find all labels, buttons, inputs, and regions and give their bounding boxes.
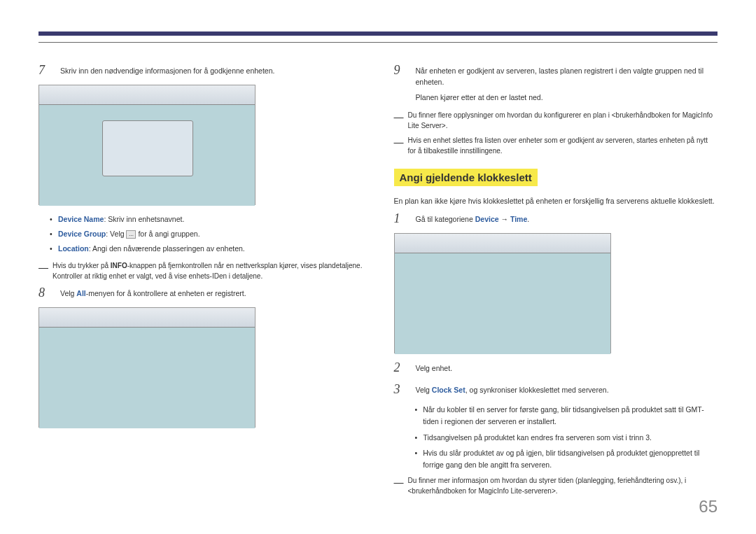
location-text: : Angi den nåværende plasseringen av enh… bbox=[89, 244, 245, 253]
screenshot-body bbox=[39, 105, 255, 206]
screenshot-approve-device bbox=[38, 85, 255, 205]
page-number: 65 bbox=[699, 497, 718, 517]
step-1: 1 Gå til kategoriene Device → Time. bbox=[394, 211, 718, 226]
screenshot-toolbar bbox=[395, 234, 610, 253]
time-sub-bullets: • Når du kobler til en server for første… bbox=[415, 404, 718, 471]
bullet-device-name: • Device Name: Skriv inn enhetsnavnet. bbox=[50, 212, 363, 227]
step-7: 7 Skriv inn den nødvendige informasjonen… bbox=[38, 63, 363, 78]
plan-config-note: ― Du finner flere opplysninger om hvorda… bbox=[394, 110, 718, 131]
header-divider bbox=[38, 42, 718, 43]
sub-bullet-3: • Hvis du slår produktet av og på igjen,… bbox=[415, 447, 718, 471]
device-name-label: Device Name bbox=[58, 215, 104, 223]
clock-intro: En plan kan ikke kjøre hvis klokkeslette… bbox=[394, 196, 718, 207]
sub-bullet-2: • Tidsangivelsen på produktet kan endres… bbox=[415, 432, 718, 444]
step-8: 8 Velg All-menyen for å kontrollere at e… bbox=[38, 286, 363, 300]
screenshot-toolbar bbox=[39, 85, 255, 105]
step-text: Velg enhet. bbox=[416, 360, 453, 374]
location-label: Location bbox=[58, 244, 89, 253]
step-text: Skriv inn den nødvendige informasjonen f… bbox=[60, 63, 274, 77]
step-number: 1 bbox=[394, 211, 405, 226]
step-number: 2 bbox=[394, 360, 405, 375]
step-text: Gå til kategoriene Device → Time. bbox=[416, 211, 530, 225]
clock-set-link: Clock Set bbox=[432, 386, 465, 394]
screenshot-all-devices bbox=[38, 307, 255, 428]
device-group-text2: for å angi gruppen. bbox=[136, 230, 200, 238]
step-number: 9 bbox=[394, 63, 405, 78]
group-select-icon: ⋯ bbox=[126, 230, 136, 239]
step-number: 3 bbox=[394, 382, 405, 397]
device-delete-note: ― Hvis en enhet slettes fra listen over … bbox=[394, 135, 718, 156]
step-number: 7 bbox=[38, 63, 50, 78]
step-9: 9 Når enheten er godkjent av serveren, l… bbox=[394, 63, 718, 103]
step-text: Velg All-menyen for å kontrollere at enh… bbox=[60, 286, 246, 300]
bullet-device-group: • Device Group: Velg ⋯ for å angi gruppe… bbox=[50, 227, 363, 241]
device-fields-list: • Device Name: Skriv inn enhetsnavnet. •… bbox=[50, 212, 363, 256]
step-2: 2 Velg enhet. bbox=[394, 360, 718, 375]
step-3: 3 Velg Clock Set, og synkroniser klokkes… bbox=[394, 382, 718, 397]
screenshot-body bbox=[395, 253, 610, 354]
info-bold: INFO bbox=[111, 262, 127, 269]
all-menu-link: All bbox=[76, 289, 85, 297]
screenshot-toolbar bbox=[39, 308, 255, 328]
screenshot-device-time bbox=[394, 233, 611, 353]
device-group-text1: : Velg bbox=[106, 230, 126, 238]
bullet-location: • Location: Angi den nåværende plasserin… bbox=[50, 241, 363, 256]
content-columns: 7 Skriv inn den nødvendige informasjonen… bbox=[38, 63, 718, 503]
left-column: 7 Skriv inn den nødvendige informasjonen… bbox=[38, 63, 363, 503]
step-text: Velg Clock Set, og synkroniser klokkesle… bbox=[416, 382, 609, 396]
page-header-bar bbox=[38, 31, 718, 37]
step-text: Når enheten er godkjent av serveren, las… bbox=[416, 63, 718, 103]
sub-bullet-1: • Når du kobler til en server for første… bbox=[415, 404, 718, 428]
screenshot-body bbox=[39, 328, 255, 428]
info-button-note: ― Hvis du trykker på INFO-knappen på fje… bbox=[38, 260, 363, 281]
step-number: 8 bbox=[38, 286, 50, 300]
device-group-label: Device Group bbox=[58, 230, 106, 238]
right-column: 9 Når enheten er godkjent av serveren, l… bbox=[394, 63, 718, 503]
time-management-note: ― Du finner mer informasjon om hvordan d… bbox=[394, 475, 718, 496]
section-title-clock: Angi gjeldende klokkeslett bbox=[394, 169, 538, 186]
device-name-text: : Skriv inn enhetsnavnet. bbox=[104, 215, 184, 223]
approve-dialog bbox=[102, 120, 193, 176]
